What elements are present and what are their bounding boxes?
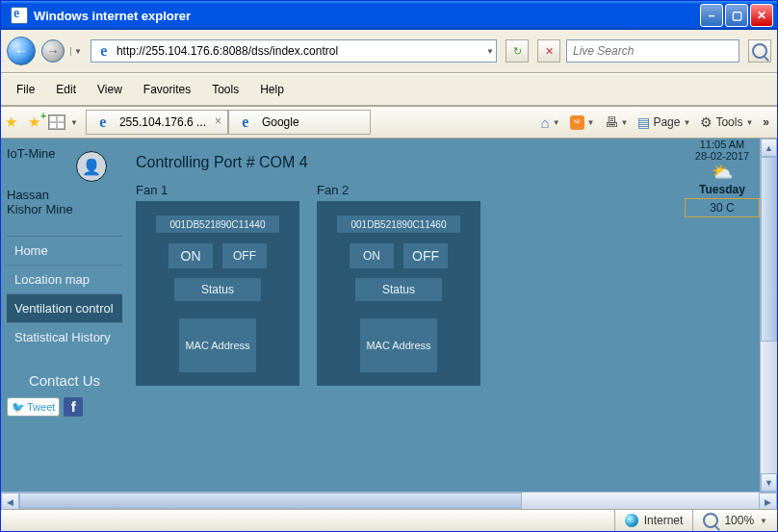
tab-label: Google xyxy=(262,115,299,129)
fan-1-mac: 001DB521890C11440 xyxy=(155,215,280,234)
scroll-thumb[interactable] xyxy=(19,493,522,509)
avatar: 👤 xyxy=(76,151,107,182)
search-button[interactable] xyxy=(748,39,771,63)
home-icon: ⌂ xyxy=(541,114,550,131)
clock-day: Tuesday xyxy=(685,183,760,196)
maximize-button[interactable]: ▢ xyxy=(725,4,748,27)
clock-time: 11:05 AM xyxy=(685,139,760,150)
menu-tools[interactable]: Tools xyxy=(202,81,248,98)
stop-button[interactable]: ✕ xyxy=(537,39,560,63)
menu-file[interactable]: File xyxy=(7,81,44,98)
weather-icon: ⛅ xyxy=(685,162,760,183)
fan-1-off-button[interactable]: OFF xyxy=(222,243,267,268)
fan-2-label: Fan 2 xyxy=(317,183,480,197)
fan-2-panel: 001DB521890C11460 ON OFF Status MAC Addr… xyxy=(317,201,480,386)
mine-name: HassanKishor Mine xyxy=(7,188,122,216)
fan-1-group: Fan 1 001DB521890C11440 ON OFF Status MA… xyxy=(136,183,299,386)
tabs-dropdown[interactable]: ▼ xyxy=(70,118,78,127)
home-button[interactable]: ⌂▼ xyxy=(541,114,560,131)
back-button[interactable]: ← xyxy=(7,37,36,65)
browser-window: Windows internet explorer – ▢ ✕ ← → ▼ ▼ … xyxy=(0,0,778,532)
fan-2-group: Fan 2 001DB521890C11460 ON OFF Status MA… xyxy=(317,183,480,386)
menu-view[interactable]: View xyxy=(88,81,132,98)
minimize-button[interactable]: – xyxy=(700,4,723,27)
vertical-scrollbar[interactable]: ▲ ▼ xyxy=(760,139,777,492)
facebook-button[interactable]: f xyxy=(64,397,83,417)
menu-help[interactable]: Help xyxy=(250,81,294,98)
feeds-button[interactable]: ༄▼ xyxy=(570,115,595,130)
fan-1-mac-address[interactable]: MAC Address xyxy=(179,318,256,372)
tools-menu[interactable]: ⚙Tools▼ xyxy=(700,114,753,130)
status-bar: Internet 100%▼ xyxy=(1,509,777,531)
close-tab-icon[interactable]: × xyxy=(215,114,221,128)
globe-icon xyxy=(625,514,638,527)
google-icon xyxy=(238,114,253,130)
tweet-button[interactable]: 🐦Tweet xyxy=(7,397,60,417)
menu-favorites[interactable]: Favorites xyxy=(134,81,200,98)
main-area: 11:05 AM 28-02-2017 ⛅ Tuesday 30 C Eric … xyxy=(126,139,760,492)
address-bar[interactable]: ▼ xyxy=(91,39,497,63)
print-icon: 🖶 xyxy=(605,114,618,130)
fan-2-status[interactable]: Status xyxy=(355,278,442,301)
menu-edit[interactable]: Edit xyxy=(46,81,86,98)
search-input[interactable] xyxy=(571,41,735,61)
fan-1-status[interactable]: Status xyxy=(174,278,261,301)
forward-button[interactable]: → xyxy=(41,39,65,63)
chevron-right-icon[interactable]: » xyxy=(763,115,769,129)
fan-1-panel: 001DB521890C11440 ON OFF Status MAC Addr… xyxy=(136,201,299,386)
ie-icon xyxy=(11,7,28,24)
ie-icon xyxy=(95,114,111,130)
sidebar-item-history[interactable]: Statistical History xyxy=(7,322,122,351)
scroll-up-button[interactable]: ▲ xyxy=(761,139,777,157)
history-dropdown[interactable]: ▼ xyxy=(70,47,85,56)
page-menu[interactable]: ▤Page▼ xyxy=(637,114,690,130)
gear-icon: ⚙ xyxy=(700,114,713,130)
zoom-indicator[interactable]: 100%▼ xyxy=(692,510,777,531)
page-title: Controlling Port # COM 4 xyxy=(136,154,750,171)
page-icon xyxy=(96,43,112,59)
search-box[interactable] xyxy=(566,39,739,63)
clock-date: 28-02-2017 xyxy=(685,150,760,162)
app-body: IoT-Mine 👤 HassanKishor Mine Home Locati… xyxy=(1,139,760,492)
sidebar-nav: Home Location map Ventilation control St… xyxy=(7,236,122,351)
add-favorite-icon[interactable]: ★ xyxy=(24,113,43,132)
fan-2-mac-address[interactable]: MAC Address xyxy=(360,318,437,372)
rss-icon: ༄ xyxy=(570,115,584,130)
tab-label: 255.104.176.6 ... xyxy=(119,115,206,129)
tab-1[interactable]: 255.104.176.6 ... × xyxy=(86,110,228,135)
address-dropdown[interactable]: ▼ xyxy=(486,47,494,56)
nav-bar: ← → ▼ ▼ ↻ ✕ xyxy=(1,30,777,73)
clock-widget: 11:05 AM 28-02-2017 ⛅ Tuesday 30 C xyxy=(685,139,760,217)
sidebar-item-home[interactable]: Home xyxy=(7,236,122,265)
page-icon: ▤ xyxy=(637,114,650,130)
fan-1-on-button[interactable]: ON xyxy=(169,243,213,268)
fan-2-mac: 001DB521890C11460 xyxy=(336,215,461,234)
search-icon xyxy=(752,43,767,59)
refresh-button[interactable]: ↻ xyxy=(506,39,529,63)
quick-tabs-icon[interactable] xyxy=(47,113,66,132)
favorites-icon[interactable]: ★ xyxy=(1,113,20,132)
scroll-thumb[interactable] xyxy=(761,157,777,342)
window-title: Windows internet explorer xyxy=(34,9,191,23)
sidebar: IoT-Mine 👤 HassanKishor Mine Home Locati… xyxy=(1,139,126,492)
scroll-down-button[interactable]: ▼ xyxy=(761,473,777,492)
contact-us: Contact Us xyxy=(7,372,122,389)
tab-toolbar: ★ ★ ▼ 255.104.176.6 ... × Google ⌂▼ ༄▼ 🖶… xyxy=(1,106,777,139)
menu-bar: File Edit View Favorites Tools Help xyxy=(1,73,777,106)
fan-2-off-button[interactable]: OFF xyxy=(403,243,448,268)
close-button[interactable]: ✕ xyxy=(750,4,773,27)
titlebar[interactable]: Windows internet explorer – ▢ ✕ xyxy=(1,1,777,30)
zoom-icon xyxy=(703,513,718,528)
address-input[interactable] xyxy=(115,41,486,61)
sidebar-item-location[interactable]: Location map xyxy=(7,265,122,293)
fan-1-label: Fan 1 xyxy=(136,183,299,197)
horizontal-scrollbar[interactable]: ◀ ▶ xyxy=(1,492,777,509)
zone-indicator[interactable]: Internet xyxy=(614,510,693,531)
tab-2[interactable]: Google xyxy=(228,110,371,135)
fan-2-on-button[interactable]: ON xyxy=(350,243,394,268)
print-button[interactable]: 🖶▼ xyxy=(605,114,629,130)
sidebar-item-ventilation[interactable]: Ventilation control xyxy=(7,293,122,322)
temperature: 30 C xyxy=(685,198,760,217)
viewport: IoT-Mine 👤 HassanKishor Mine Home Locati… xyxy=(1,139,777,492)
